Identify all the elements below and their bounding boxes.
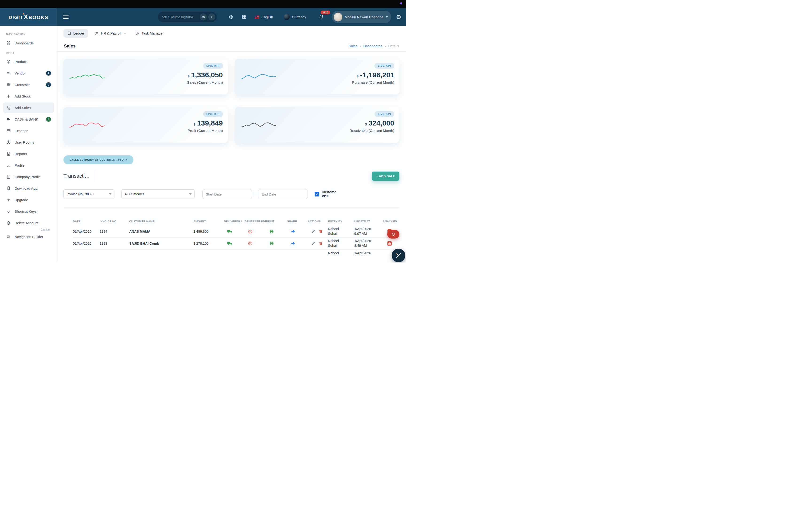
transactions-table: DATE INVOICE NO CUSTOMER NAME AMOUNT DEL… — [63, 215, 399, 261]
sidebar-item-delete-account[interactable]: Delete Account — [3, 217, 54, 228]
ai-sparkle-icon[interactable] — [208, 13, 215, 20]
cell-invoice-no: 1983 — [99, 242, 129, 245]
user-menu[interactable]: Mohsin Nawab Chandna — [332, 11, 391, 23]
breadcrumb-separator: › — [360, 44, 361, 48]
sidebar-item-label: Upgrade — [15, 198, 51, 202]
share-icon[interactable] — [290, 229, 295, 234]
breadcrumb-dashboards[interactable]: Dashboards — [363, 44, 382, 48]
delete-trash-icon[interactable] — [319, 241, 323, 245]
sidebar-item-upgrade[interactable]: Upgrade — [3, 195, 54, 205]
table-row[interactable]: 01/Apr/2026 1984 ANAS MAMA $ 496,800 Nab… — [73, 226, 399, 238]
sidebar-item-user-rooms[interactable]: User Rooms — [3, 137, 54, 148]
sidebar-item-add-sales[interactable]: Add Sales — [3, 103, 54, 113]
apps-grid-icon[interactable] — [242, 15, 246, 19]
share-icon[interactable] — [290, 242, 295, 245]
col-header-generate-pdf: GENERATE PDF — [245, 220, 266, 223]
tab-task-manager[interactable]: Task Manager — [133, 29, 167, 38]
sidebar-item-shortcut-keys[interactable]: Shortcut Keys — [3, 206, 54, 217]
sidebar-item-label: Profile — [15, 163, 51, 167]
language-selector[interactable]: English — [255, 15, 273, 19]
digitxbooks-fab[interactable] — [392, 249, 405, 262]
building-icon — [6, 175, 11, 179]
kpi-value: 1,336,050 — [191, 71, 223, 79]
generate-pdf-printer-icon[interactable] — [248, 229, 252, 234]
edit-pencil-icon[interactable] — [311, 229, 315, 234]
add-sale-button[interactable]: + ADD SALE — [372, 171, 399, 181]
sidebar-item-label: Company Profile — [15, 175, 51, 179]
table-row[interactable]: Nabeel 1/Apr/2026 — [73, 250, 399, 261]
ai-search-input[interactable] — [162, 15, 198, 19]
screen-indicator-dot — [400, 2, 402, 4]
user-name: Mohsin Nawab Chandna — [345, 15, 383, 19]
sidebar-item-expense[interactable]: Expense — [3, 125, 54, 136]
shift-key-icon — [6, 209, 11, 214]
settings-gear-icon[interactable]: ⚙ — [396, 14, 401, 20]
edit-pencil-icon[interactable] — [311, 241, 315, 245]
expense-card-icon — [6, 129, 11, 133]
sidebar-item-label: Add Sales — [15, 106, 51, 110]
tab-ledger-label: Ledger — [73, 31, 85, 35]
sales-summary-button[interactable]: SALES SUMMARY BY CUSTOMER -->TO--> — [63, 155, 134, 164]
sidebar-item-vendor[interactable]: Vendor 2 — [3, 68, 54, 78]
customer-filter-value: All Customer — [124, 192, 144, 196]
vendor-icon — [6, 71, 11, 75]
chevron-down-icon — [386, 16, 388, 18]
sidebar-item-label: Vendor — [15, 71, 42, 75]
customer-filter-select[interactable]: All Customer — [121, 190, 195, 199]
currency-label: Currency — [292, 15, 306, 19]
us-flag-icon — [255, 15, 259, 18]
app-header: DIGITXBOOKS English Currency 1910 Mohsin… — [0, 8, 406, 26]
ai-search-bar[interactable] — [158, 12, 217, 22]
logo-block[interactable]: DIGITXBOOKS — [0, 8, 57, 26]
col-header-amount: AMOUNT — [193, 220, 224, 223]
start-date-input[interactable] — [202, 189, 252, 199]
currency-symbol: $ — [357, 74, 358, 78]
breadcrumb-sales[interactable]: Sales — [349, 44, 357, 48]
cell-update-at: 1/Apr/20269:07 AM — [354, 227, 383, 236]
deliverbill-truck-icon[interactable] — [227, 229, 233, 234]
generate-pdf-printer-icon[interactable] — [248, 241, 252, 246]
hamburger-menu-icon[interactable] — [63, 14, 68, 20]
refresh-button[interactable] — [387, 230, 399, 239]
sliders-icon — [6, 235, 11, 239]
ai-tool-icon-1[interactable] — [200, 13, 207, 20]
currency-selector[interactable]: Currency — [284, 14, 306, 20]
print-printer-icon[interactable] — [269, 229, 274, 234]
cell-update-at: 1/Apr/20268:49 AM — [354, 239, 383, 248]
invoice-filter-select[interactable]: Invoice No Ctrl + I — [63, 190, 114, 199]
sidebar-section-apps: APPS — [3, 49, 54, 56]
notifications-button[interactable]: 1910 — [319, 14, 324, 20]
sidebar-item-label: User Rooms — [15, 140, 51, 144]
tab-hr-payroll[interactable]: HR & Payroll — [92, 29, 129, 38]
analysis-icon[interactable] — [387, 241, 392, 245]
sidebar-item-customer[interactable]: Customer 2 — [3, 79, 54, 90]
sidebar-item-profile[interactable]: Profile — [3, 160, 54, 170]
sidebar-item-reports[interactable]: Reports — [3, 149, 54, 159]
currency-symbol: $ — [365, 122, 367, 126]
delete-trash-icon[interactable] — [319, 229, 323, 234]
table-row[interactable]: 01/Apr/2026 1983 SAJID BHAI Comb $ 278,1… — [73, 238, 399, 250]
tab-ledger[interactable]: Ledger — [63, 29, 88, 38]
cell-date: 01/Apr/2026 — [73, 242, 99, 245]
sidebar-item-product[interactable]: Product — [3, 56, 54, 67]
custom-pdf-toggle: Custome PDF — [315, 190, 340, 198]
sidebar-item-navigation-builder[interactable]: Navigation Builder — [3, 231, 54, 242]
custom-pdf-checkbox[interactable] — [315, 192, 319, 196]
main-area: Ledger HR & Payroll Task Manager Sales S… — [57, 26, 406, 262]
sidebar-item-cash-bank[interactable]: CASH & BANK 4 — [3, 114, 54, 124]
sidebar-item-add-stock[interactable]: Add Stock — [3, 91, 54, 102]
deliverbill-truck-icon[interactable] — [227, 241, 233, 246]
product-icon — [6, 59, 11, 64]
kpi-label: Receivable (Current Month) — [350, 129, 394, 133]
print-printer-icon[interactable] — [269, 241, 274, 246]
kpi-value: -1,196,201 — [360, 71, 394, 79]
ledger-book-icon — [67, 31, 71, 35]
end-date-input[interactable] — [258, 189, 308, 199]
sidebar-item-label: Product — [15, 60, 51, 64]
divider — [57, 51, 406, 52]
sidebar-item-dashboards[interactable]: Dashboards — [3, 38, 54, 48]
arrow-up-icon — [6, 198, 11, 202]
sidebar-item-download-app[interactable]: Download App — [3, 183, 54, 194]
sidebar-item-company-profile[interactable]: Company Profile — [3, 171, 54, 182]
collapse-view-icon[interactable] — [228, 15, 233, 19]
